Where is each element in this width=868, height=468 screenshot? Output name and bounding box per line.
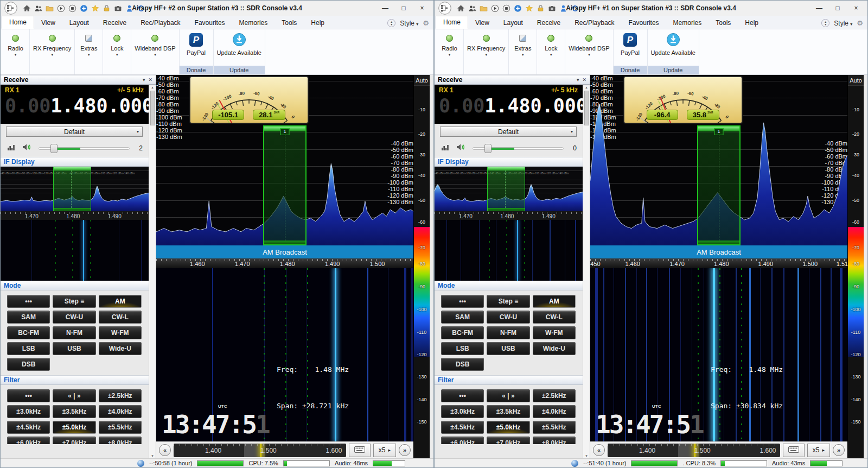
camera-icon[interactable] bbox=[547, 3, 557, 13]
mode-button[interactable]: BC-FM bbox=[441, 326, 484, 339]
mode-button[interactable]: LSB bbox=[441, 342, 484, 355]
passband-region[interactable]: 1 bbox=[263, 125, 307, 245]
keyboard-entry-button[interactable] bbox=[783, 444, 805, 457]
mode-button[interactable]: DSB bbox=[441, 358, 484, 371]
mode-button[interactable]: CW-L bbox=[533, 311, 576, 324]
ribbon-tab[interactable]: Help bbox=[304, 17, 331, 29]
nav-back-button[interactable]: « bbox=[159, 444, 171, 456]
spectrum-display[interactable]: -40 dBm-50 dBm-60 dBm-70 dBm-80 dBm-90 d… bbox=[156, 75, 413, 245]
mode-button[interactable]: LSB bbox=[7, 342, 50, 355]
scroll-up-icon[interactable]: ▴ bbox=[585, 85, 588, 90]
scroll-up-icon[interactable]: ▴ bbox=[151, 85, 154, 90]
equalizer-icon[interactable] bbox=[441, 143, 450, 153]
ribbon-tab[interactable]: Rec/Playback bbox=[133, 17, 187, 29]
filter-button[interactable]: ±3.5kHz bbox=[487, 405, 529, 418]
volume-slider[interactable] bbox=[473, 143, 564, 153]
add-icon[interactable] bbox=[513, 3, 522, 13]
filter-button[interactable]: ±8.0kHz bbox=[533, 437, 576, 450]
close-button[interactable]: × bbox=[847, 2, 865, 15]
toolbar-button[interactable]: Wideband DSP ▾ bbox=[131, 29, 179, 74]
scroll-down-icon[interactable]: ▾ bbox=[151, 454, 154, 458]
undo-icon[interactable] bbox=[136, 3, 145, 13]
volume-slider-handle[interactable] bbox=[50, 144, 58, 153]
maximize-button[interactable]: □ bbox=[394, 2, 413, 15]
toolbar-button[interactable]: Lock ▾ bbox=[537, 29, 565, 74]
ribbon-tab[interactable]: Home bbox=[436, 16, 468, 29]
ribbon-tab[interactable]: Receive bbox=[530, 17, 567, 29]
mode-button[interactable]: Wide-U bbox=[99, 342, 142, 355]
waterfall-display[interactable]: UTC 13:47:51 Freq: 1.48 MHz Span: ±30.83… bbox=[590, 268, 847, 441]
close-button[interactable]: × bbox=[413, 2, 431, 15]
mode-button[interactable]: Step ≡ bbox=[487, 295, 529, 308]
app-logo-icon[interactable] bbox=[437, 1, 454, 15]
users-icon[interactable] bbox=[33, 3, 43, 13]
mode-button[interactable]: DSB bbox=[7, 358, 50, 371]
app-logo-icon[interactable] bbox=[3, 1, 20, 15]
band-label[interactable]: AM Broadcast bbox=[156, 245, 413, 258]
toolbar-button[interactable]: Lock ▾ bbox=[103, 29, 131, 74]
filter-button[interactable]: « | » bbox=[53, 389, 95, 402]
ribbon-collapse-icon[interactable]: ▴▾ bbox=[821, 19, 829, 27]
filter-button[interactable]: ±8.0kHz bbox=[99, 437, 142, 450]
play-icon[interactable] bbox=[490, 3, 500, 13]
titlebar[interactable]: ▾ Airspy HF+ #1 on Super Station #3 :: S… bbox=[435, 1, 867, 16]
keyboard-entry-button[interactable] bbox=[349, 444, 371, 457]
sidebar-scrollbar[interactable]: ▴ ▾ bbox=[583, 85, 590, 458]
add-icon[interactable] bbox=[79, 3, 88, 13]
mode-button[interactable]: AM bbox=[99, 295, 142, 308]
settings-gear-icon[interactable]: ⚙ bbox=[857, 19, 863, 27]
lock-icon[interactable] bbox=[101, 3, 111, 13]
ribbon-tab[interactable]: Layout bbox=[62, 17, 96, 29]
ribbon-tab[interactable]: Memories bbox=[666, 17, 709, 29]
minimize-button[interactable]: — bbox=[376, 2, 394, 15]
style-menu[interactable]: Style ▾ bbox=[834, 20, 852, 27]
nav-forward-button[interactable]: » bbox=[399, 444, 411, 456]
if-spectrum[interactable]: -40 dBm-60 dBm-80 dBm-100 dBm-120 dBm-14… bbox=[1, 167, 149, 211]
nav-forward-button[interactable]: » bbox=[833, 444, 845, 456]
frequency-value[interactable]: 1.480.000 bbox=[50, 95, 154, 117]
frequency-ruler[interactable]: 1.4601.4701.4801.4901.500 bbox=[156, 258, 413, 268]
nav-ruler[interactable]: 1.4001.5001.600 bbox=[174, 444, 346, 457]
speaker-icon[interactable] bbox=[456, 143, 466, 153]
if-waterfall[interactable] bbox=[435, 220, 583, 281]
play-icon[interactable] bbox=[56, 3, 66, 13]
ribbon-tab[interactable]: Receive bbox=[96, 17, 133, 29]
stop-icon[interactable] bbox=[501, 3, 511, 13]
toolbar-button[interactable]: RX Frequency ▾ bbox=[464, 29, 509, 74]
speaker-icon[interactable] bbox=[22, 143, 32, 153]
scrollbar-thumb[interactable] bbox=[584, 91, 589, 125]
mode-button[interactable]: ••• bbox=[441, 295, 484, 308]
mode-button[interactable]: SAM bbox=[441, 311, 484, 324]
spectrum-display[interactable]: -40 dBm-50 dBm-60 dBm-70 dBm-80 dBm-90 d… bbox=[590, 75, 847, 245]
mode-button[interactable]: W-FM bbox=[99, 326, 142, 339]
auto-range-button[interactable]: Auto bbox=[414, 75, 430, 86]
undo-icon[interactable] bbox=[570, 3, 579, 13]
ribbon-collapse-icon[interactable]: ▴▾ bbox=[387, 19, 395, 27]
mode-button[interactable]: W-FM bbox=[533, 326, 576, 339]
filter-button[interactable]: ••• bbox=[441, 389, 484, 402]
color-scale[interactable]: -10-20-30-40-50-60-70-80-90-100-110-120-… bbox=[414, 86, 430, 458]
frequency-display[interactable]: RX 1 +/- 5 kHz 0.001.480.000 bbox=[435, 85, 590, 124]
mode-button[interactable]: CW-L bbox=[99, 311, 142, 324]
lock-icon[interactable] bbox=[535, 3, 545, 13]
color-scale[interactable]: -10-20-30-40-50-60-70-80-90-100-110-120-… bbox=[848, 86, 864, 458]
mode-button[interactable]: ••• bbox=[7, 295, 50, 308]
nav-ruler[interactable]: 1.4001.5001.600 bbox=[608, 444, 780, 457]
mode-button[interactable]: USB bbox=[487, 342, 529, 355]
preset-dropdown[interactable]: Default ▾ bbox=[6, 127, 143, 137]
mode-button[interactable]: AM bbox=[533, 295, 576, 308]
filter-button[interactable]: ±4.5kHz bbox=[441, 421, 484, 434]
mode-button[interactable]: CW-U bbox=[53, 311, 95, 324]
if-spectrum[interactable]: -40 dBm-60 dBm-80 dBm-100 dBm-120 dBm-14… bbox=[435, 167, 583, 211]
frequency-ruler[interactable]: 4501.4601.4701.4801.4901.5001.51 bbox=[590, 258, 847, 268]
filter-button[interactable]: ±5.0kHz bbox=[487, 421, 529, 434]
panel-collapse-icon[interactable]: ▾ bbox=[143, 77, 145, 83]
ribbon-tab[interactable]: Tools bbox=[709, 17, 738, 29]
mode-button[interactable]: Step ≡ bbox=[53, 295, 95, 308]
sidebar-scrollbar[interactable]: ▴ ▾ bbox=[149, 85, 156, 458]
scrollbar-thumb[interactable] bbox=[150, 91, 155, 125]
filter-button[interactable]: ±2.5kHz bbox=[99, 389, 142, 402]
panel-collapse-icon[interactable]: ▾ bbox=[577, 77, 579, 83]
filter-button[interactable]: ±7.0kHz bbox=[53, 437, 95, 450]
filter-button[interactable]: ±4.0kHz bbox=[533, 405, 576, 418]
